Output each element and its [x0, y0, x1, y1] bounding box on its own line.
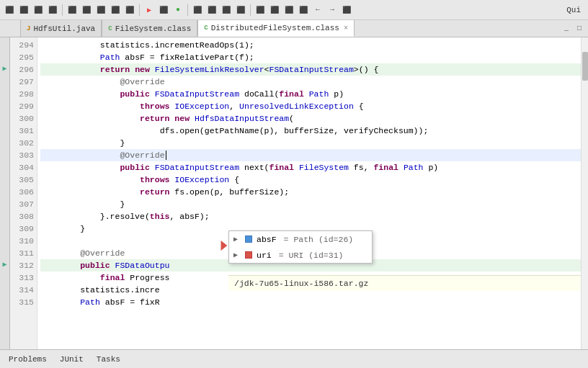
- ac-type-absf: = Path (id=26): [284, 235, 354, 244]
- toolbar-sep-1: [62, 4, 63, 16]
- svg-marker-0: [220, 240, 228, 251]
- gutter-item-301: [0, 123, 9, 135]
- toolbar-icon-4[interactable]: ⬛: [46, 4, 59, 17]
- gutter-item-298: [0, 86, 9, 99]
- toolbar-icon-1[interactable]: ⬛: [3, 4, 16, 17]
- line-num-313: 313: [10, 271, 34, 284]
- toolbar-icon-14[interactable]: ⬛: [205, 4, 218, 17]
- bottom-panel: Problems JUnit Tasks: [0, 349, 588, 368]
- left-gutter: ▶ ▶: [0, 37, 10, 349]
- gutter-item-315: [0, 295, 9, 307]
- toolbar-icon-21[interactable]: ←: [311, 4, 324, 17]
- class-file-icon-1: C: [108, 25, 112, 32]
- editor-container[interactable]: 294 295 296 297 298 299 300 301 302 303 …: [10, 37, 588, 349]
- toolbar-icon-10[interactable]: ▶: [143, 4, 156, 17]
- java-file-icon: J: [27, 25, 30, 32]
- bottom-tab-junit[interactable]: JUnit: [54, 354, 89, 365]
- toolbar-icon-11[interactable]: ⬛: [157, 4, 170, 17]
- toolbar-icon-2[interactable]: ⬛: [17, 4, 30, 17]
- code-line-308: }.resolve(this, absF);: [40, 210, 581, 223]
- gutter-item-308: [0, 209, 9, 221]
- quit-button[interactable]: Qui: [562, 6, 585, 14]
- toolbar-icon-7[interactable]: ⬛: [94, 4, 107, 17]
- tab-maximize-button[interactable]: □: [574, 23, 585, 35]
- code-line-306: return fs.open(p, bufferSize);: [40, 186, 581, 198]
- gutter-item-305: [0, 172, 9, 184]
- line-num-309: 309: [10, 223, 34, 235]
- toolbar-icon-3[interactable]: ⬛: [32, 4, 45, 17]
- gutter-item-294: [0, 37, 9, 50]
- line-num-296: 296: [10, 63, 34, 76]
- toolbar-icon-15[interactable]: ⬛: [220, 4, 233, 17]
- main-content: ▶ ▶ 294 295 296 297 298 299 300 301: [0, 37, 588, 349]
- variable-icon-uri: [245, 251, 252, 259]
- toolbar-icon-5[interactable]: ⬛: [66, 4, 79, 17]
- toolbar-icon-22[interactable]: →: [326, 4, 339, 17]
- toolbar-icon-18[interactable]: ⬛: [268, 4, 281, 17]
- tab-hdfsutil[interactable]: J HdfsUtil.java: [20, 20, 102, 37]
- code-editor[interactable]: statistics.incrementReadOps(1); Path abs…: [37, 37, 581, 349]
- gutter-item-297: [0, 74, 9, 86]
- code-line-300: return new HdfsDataInputStream(: [40, 112, 581, 125]
- gutter-item-300: [0, 111, 9, 123]
- code-line-307: }: [40, 198, 581, 210]
- toolbar-icon-16[interactable]: ⬛: [234, 4, 247, 17]
- tab-hdfsutil-label: HdfsUtil.java: [33, 24, 95, 33]
- line-num-297: 297: [10, 76, 34, 88]
- line-num-298: 298: [10, 88, 34, 100]
- info-panel-text: /jdk-7u65-linux-i586.tar.gz: [234, 279, 368, 288]
- gutter-item-304: [0, 160, 9, 172]
- gutter-item-312: ▶: [0, 258, 9, 270]
- gutter-item-299: [0, 99, 9, 111]
- code-line-301: dfs.open(getPathName(p), bufferSize, ver…: [40, 125, 581, 137]
- close-tab-icon[interactable]: ×: [344, 24, 348, 32]
- ac-name-absf: absF: [257, 235, 277, 244]
- variable-icon-absf: [245, 235, 252, 243]
- line-num-310: 310: [10, 235, 34, 247]
- toolbar-icon-9[interactable]: ⬛: [123, 4, 136, 17]
- toolbar-icon-20[interactable]: ⬛: [297, 4, 310, 17]
- code-line-299: throws IOException, UnresolvedLinkExcept…: [40, 100, 581, 112]
- line-num-295: 295: [10, 51, 34, 63]
- tab-minimize-button[interactable]: _: [561, 23, 572, 35]
- scrollbar-thumb[interactable]: [582, 52, 588, 81]
- tab-filesystem[interactable]: C FileSystem.class: [102, 20, 197, 37]
- code-line-304: public FSDataInputStream next(final File…: [40, 161, 581, 174]
- line-num-315: 315: [10, 296, 34, 308]
- autocomplete-item-absf[interactable]: ▶ absF = Path (id=26): [229, 231, 372, 247]
- ac-name-uri: uri: [257, 251, 272, 260]
- toolbar-icon-13[interactable]: ⬛: [191, 4, 204, 17]
- gutter-item-306: [0, 184, 9, 197]
- autocomplete-item-uri[interactable]: ▶ uri = URI (id=31): [229, 247, 372, 263]
- code-294-indent: [40, 39, 100, 51]
- gutter-item-313: [0, 270, 9, 282]
- bottom-tab-tasks[interactable]: Tasks: [91, 354, 126, 365]
- toolbar-icon-6[interactable]: ⬛: [80, 4, 93, 17]
- toolbar: ⬛ ⬛ ⬛ ⬛ ⬛ ⬛ ⬛ ⬛ ⬛ ▶ ⬛ ● ⬛ ⬛ ⬛ ⬛ ⬛ ⬛ ⬛ ⬛ …: [0, 0, 588, 20]
- autocomplete-popup[interactable]: ▶ absF = Path (id=26) ▶ uri = URI (id=31…: [228, 230, 373, 264]
- toolbar-icon-12[interactable]: ●: [172, 4, 184, 17]
- tab-controls: _ □: [561, 20, 588, 37]
- toolbar-icon-8[interactable]: ⬛: [109, 4, 122, 17]
- line-num-308: 308: [10, 210, 34, 223]
- ac-type-uri: = URI (id=31): [279, 251, 344, 260]
- class-file-icon-2: C: [204, 24, 208, 32]
- line-num-300: 300: [10, 112, 34, 125]
- toolbar-icon-23[interactable]: ⬛: [340, 4, 353, 17]
- gutter-item-311: [0, 246, 9, 258]
- toolbar-icon-19[interactable]: ⬛: [282, 4, 295, 17]
- toolbar-icon-17[interactable]: ⬛: [254, 4, 267, 17]
- tab-distributedfilesystem[interactable]: C DistributedFileSystem.class ×: [197, 20, 355, 37]
- code-line-303: @Override: [40, 149, 581, 161]
- line-num-303: 303: [10, 149, 34, 161]
- line-num-307: 307: [10, 198, 34, 210]
- toolbar-sep-4: [250, 4, 251, 16]
- bottom-tab-problems[interactable]: Problems: [3, 354, 53, 365]
- gutter-item-309: [0, 221, 9, 233]
- code-line-302: }: [40, 137, 581, 149]
- vertical-scrollbar[interactable]: [581, 37, 588, 349]
- gutter-item-302: [0, 135, 9, 148]
- tab-filesystem-label: FileSystem.class: [115, 24, 192, 33]
- gutter-item-295: [0, 50, 9, 62]
- line-num-304: 304: [10, 161, 34, 174]
